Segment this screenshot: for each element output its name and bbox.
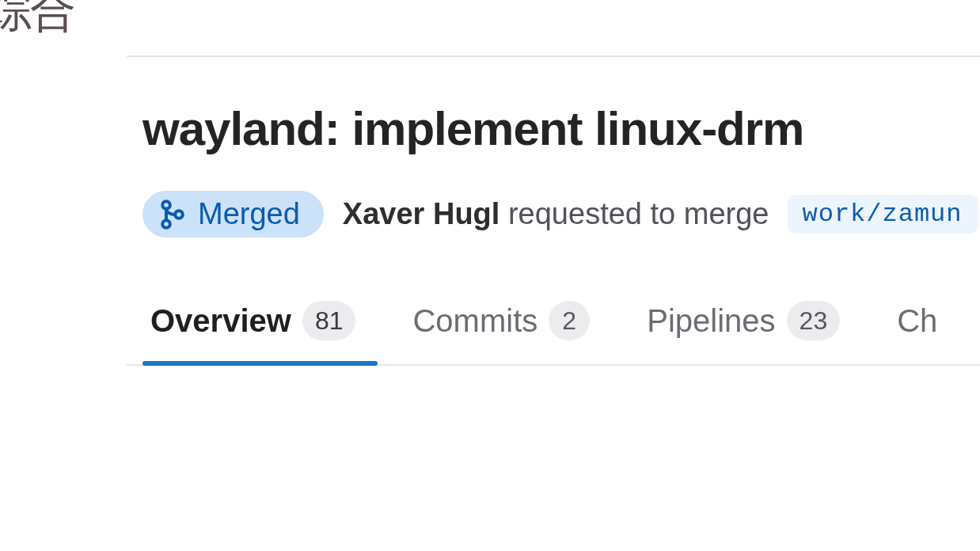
mr-status-badge: Merged (142, 191, 324, 238)
mr-title: wayland: implement linux-drm (142, 101, 980, 156)
mr-author[interactable]: Xaver Hugl (343, 197, 500, 230)
tab-pipelines-count: 23 (787, 301, 841, 340)
merge-icon (160, 199, 185, 230)
mr-author-line: Xaver Hugl requested to merge (343, 197, 769, 231)
merge-request-panel: wayland: implement linux-drm Merged Xave… (127, 55, 980, 551)
tab-changes-label: Ch (897, 303, 937, 339)
tab-overview-count: 81 (302, 301, 356, 340)
tab-overview[interactable]: Overview 81 (127, 301, 384, 364)
tab-pipelines-label: Pipelines (647, 303, 775, 339)
tab-overview-label: Overview (150, 303, 291, 339)
mr-tabs: Overview 81 Commits 2 Pipelines 23 Ch (127, 301, 980, 366)
tab-pipelines[interactable]: Pipelines 23 (618, 301, 868, 364)
svg-point-1 (162, 220, 170, 228)
tab-commits-count: 2 (549, 301, 590, 340)
mr-source-branch[interactable]: work/zamun (788, 195, 978, 234)
svg-point-0 (162, 201, 170, 209)
mr-meta-row: Merged Xaver Hugl requested to merge wor… (142, 191, 980, 238)
watermark-text: 综合 (0, 0, 74, 33)
tab-changes[interactable]: Ch (868, 301, 966, 364)
mr-action-text: requested to merge (508, 197, 769, 230)
top-divider (127, 55, 980, 57)
svg-point-2 (175, 211, 183, 218)
tab-commits-label: Commits (412, 303, 537, 339)
mr-status-text: Merged (198, 197, 300, 231)
tab-commits[interactable]: Commits 2 (384, 301, 618, 364)
